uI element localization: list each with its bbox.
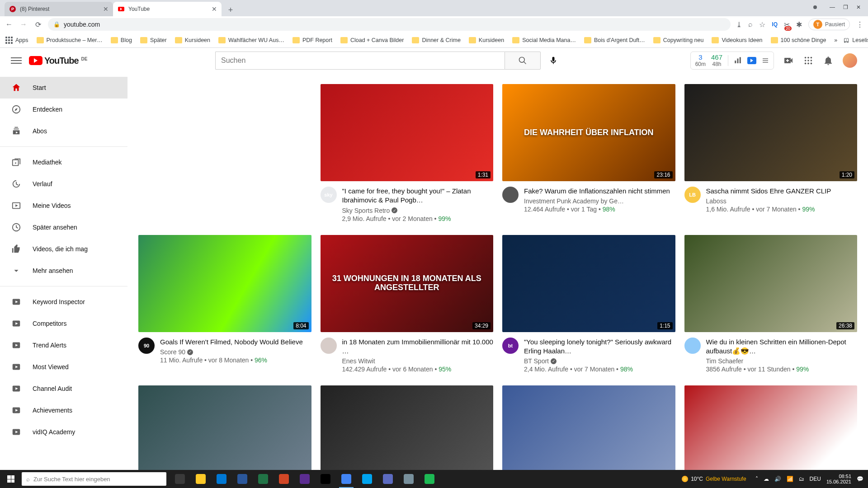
bookmark-item[interactable]: 100 schöne Dinge (771, 37, 826, 43)
video-feed[interactable]: 1:31sky"I came for free, they bought you… (127, 73, 868, 470)
apps-shortcut[interactable]: Apps (5, 37, 28, 44)
video-thumbnail[interactable]: 8:04 (138, 235, 311, 332)
extensions-puzzle-icon[interactable]: ✱ (796, 20, 802, 29)
bookmark-item[interactable]: Bois d'Argent Duft… (584, 37, 645, 43)
bookmark-item[interactable]: PDF Report (292, 37, 332, 43)
video-thumbnail[interactable]: 26:38 (684, 235, 858, 332)
video-title[interactable]: Wie du in kleinen Schritten ein Millione… (706, 338, 858, 356)
video-title[interactable]: Sascha nimmt Sidos Ehre GANZER CLIP (706, 187, 858, 196)
channel-avatar[interactable]: bt (502, 338, 519, 354)
account-avatar[interactable] (843, 53, 857, 68)
reload-button[interactable]: ⟳ (33, 20, 42, 29)
channel-avatar[interactable]: LB (684, 187, 701, 203)
address-bar[interactable]: 🔒 youtube.com (48, 18, 731, 31)
voice-search-button[interactable] (544, 52, 562, 70)
sidebar-item-most-viewed[interactable]: Most Viewed (0, 356, 127, 378)
taskbar-app[interactable] (191, 470, 211, 488)
sidebar-item-mediathek[interactable]: Mediathek (0, 151, 127, 173)
bookmark-item[interactable]: Kursideen (175, 37, 210, 43)
vidiq-ext-icon[interactable]: IQ (772, 21, 778, 28)
extension-icon[interactable]: ✂20 (784, 20, 790, 29)
sidebar-item-competitors[interactable]: Competitors (0, 313, 127, 334)
tray-volume-icon[interactable]: 🔊 (774, 476, 781, 482)
video-title[interactable]: in 18 Monaten zum Immobilienmillionär mi… (342, 338, 494, 356)
sidebar-item-verlauf[interactable]: Verlauf (0, 173, 127, 195)
taskbar-app[interactable] (170, 470, 190, 488)
taskbar-app[interactable] (378, 470, 398, 488)
bookmark-item[interactable]: Cload + Canva Bilder (340, 37, 404, 43)
bookmark-item[interactable]: Dinner & Crime (412, 37, 460, 43)
vidiq-stats-widget[interactable]: 360m 46748h (690, 52, 774, 70)
taskbar-app[interactable] (295, 470, 315, 488)
sidebar-item-start[interactable]: Start (0, 77, 127, 99)
bookmark-item[interactable]: Videokurs Ideen (712, 37, 762, 43)
browser-tab-pinterest[interactable]: P (8) Pinterest ✕ (5, 2, 113, 16)
sidebar-item-abos[interactable]: Abos (0, 120, 127, 142)
sidebar-item-entdecken[interactable]: Entdecken (0, 99, 127, 120)
bookmark-star-icon[interactable]: ☆ (759, 20, 765, 29)
video-thumbnail[interactable]: 31 WOHNUNGEN IN 18 MONATEN ALS ANGESTELL… (321, 235, 494, 332)
video-thumbnail[interactable] (138, 385, 311, 470)
new-tab-button[interactable]: + (224, 4, 237, 16)
channel-name[interactable]: Tim Schaefer (706, 357, 858, 365)
channel-name[interactable]: Enes Witwit (342, 357, 494, 365)
taskbar-app[interactable] (420, 470, 439, 488)
youtube-logo[interactable]: YouTube DE (29, 56, 87, 66)
reading-list-button[interactable]: 🕮Leseliste (844, 37, 868, 43)
sidebar-item-achievements[interactable]: Achievements (0, 399, 127, 421)
bookmark-item[interactable]: Copywriting neu (653, 37, 704, 43)
video-title[interactable]: Fake? Warum die Inflationszahlen nicht s… (524, 187, 675, 196)
window-close-icon[interactable]: ✕ (856, 4, 861, 10)
bookmarks-overflow-icon[interactable]: » (834, 37, 837, 43)
sidebar-item-keyword-inspector[interactable]: Keyword Inspector (0, 291, 127, 313)
browser-tab-youtube[interactable]: YouTube ✕ (113, 2, 222, 16)
sidebar-item-sp-ter-ansehen[interactable]: Später ansehen (0, 216, 127, 238)
sidebar-item-trend-alerts[interactable]: Trend Alerts (0, 334, 127, 356)
taskbar-app[interactable] (232, 470, 252, 488)
tray-wifi-icon[interactable]: 📶 (787, 476, 793, 482)
taskbar-app[interactable] (316, 470, 335, 488)
bookmark-item[interactable]: Kursideen (469, 37, 504, 43)
tab-close-icon[interactable]: ✕ (103, 5, 108, 13)
tray-onedrive-icon[interactable]: ☁ (764, 476, 769, 482)
video-thumbnail[interactable] (684, 385, 858, 470)
bookmark-item[interactable]: Produktsuche – Mer… (37, 37, 103, 43)
video-thumbnail[interactable] (502, 385, 675, 470)
taskbar-app[interactable] (399, 470, 419, 488)
sidebar-item-videos-die-ich-mag[interactable]: Videos, die ich mag (0, 238, 127, 260)
bookmark-item[interactable]: Später (140, 37, 167, 43)
bookmark-item[interactable]: Blog (111, 37, 132, 43)
start-button[interactable] (0, 475, 22, 483)
zoom-icon[interactable]: ⌕ (748, 20, 753, 28)
bookmark-item[interactable]: Social Media Mana… (512, 37, 576, 43)
search-button[interactable] (505, 52, 541, 70)
window-maximize-icon[interactable]: ❐ (843, 4, 848, 10)
sidebar-item-mehr-ansehen[interactable]: Mehr ansehen (0, 260, 127, 282)
video-thumbnail[interactable]: 1:31 (321, 84, 494, 181)
profile-sync-icon[interactable] (813, 5, 817, 9)
taskbar-app[interactable] (336, 470, 356, 488)
chrome-menu-icon[interactable]: ⋮ (856, 20, 863, 29)
back-button[interactable]: ← (5, 20, 14, 28)
taskbar-app[interactable] (274, 470, 294, 488)
video-title[interactable]: Goals If Weren't Filmed, Nobody Would Be… (160, 338, 311, 347)
taskbar-app[interactable] (212, 470, 231, 488)
taskbar-app[interactable] (253, 470, 273, 488)
guide-toggle-button[interactable] (11, 57, 22, 64)
channel-name[interactable]: BT Sport ✓ (524, 357, 675, 365)
profile-paused-chip[interactable]: T Pausiert (808, 19, 850, 30)
channel-name[interactable]: Score 90 ✓ (160, 348, 311, 356)
channel-avatar[interactable] (321, 338, 337, 354)
install-app-icon[interactable]: ⤓ (736, 20, 742, 29)
tray-battery-icon[interactable]: 🗂 (799, 476, 804, 482)
video-thumbnail[interactable]: 1:20 (684, 84, 858, 181)
channel-name[interactable]: Sky Sports Retro ✓ (342, 207, 494, 214)
weather-widget[interactable]: 10°C Gelbe Warnstufe (682, 476, 746, 482)
channel-avatar[interactable] (502, 187, 519, 203)
video-thumbnail[interactable]: DIE WAHRHEIT ÜBER INFLATION23:16 (502, 84, 675, 181)
channel-name[interactable]: Laboss (706, 197, 858, 205)
channel-avatar[interactable] (684, 338, 701, 354)
video-thumbnail[interactable]: 1:15 (502, 235, 675, 332)
video-thumbnail[interactable] (321, 385, 494, 470)
channel-avatar[interactable]: sky (321, 187, 337, 203)
